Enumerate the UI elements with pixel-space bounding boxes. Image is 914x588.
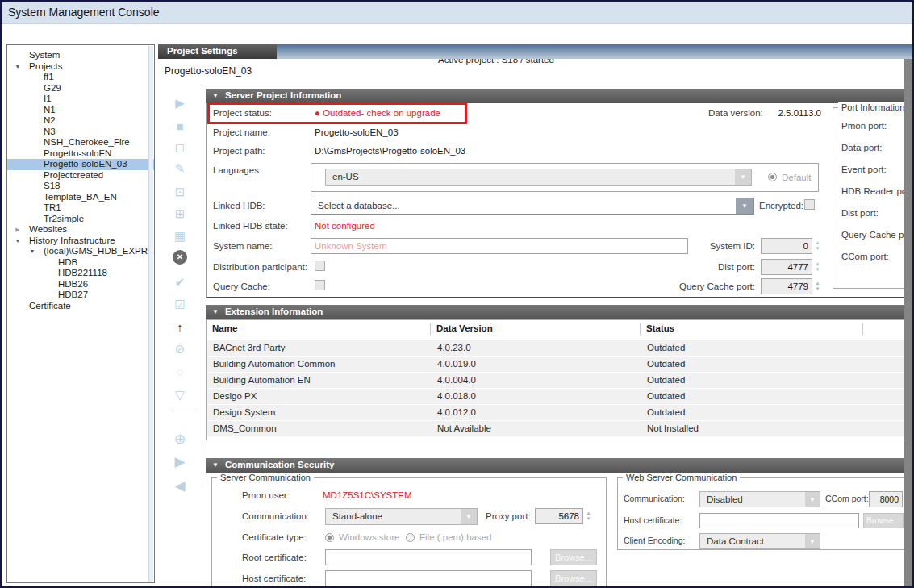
section-header-extension-information[interactable]: ▼Extension Information <box>206 305 904 319</box>
data-version-label: Data version: <box>708 108 763 118</box>
tree-item-template-ba-en[interactable]: Template_BA_EN <box>7 192 154 203</box>
chevron-down-icon[interactable]: ▼ <box>805 534 820 548</box>
system-name-input[interactable] <box>311 238 688 254</box>
system-id-spinner[interactable]: ▲▼ <box>813 238 822 254</box>
title-bar[interactable]: System Management Console <box>0 0 914 24</box>
tree-item-system[interactable]: System <box>7 50 154 61</box>
file-pem-radio[interactable] <box>406 533 415 542</box>
web-communication-dropdown[interactable]: Disabled ▼ <box>699 491 820 507</box>
expander-expanded-icon[interactable]: ▼ <box>27 246 38 257</box>
tree-item-i1[interactable]: I1 <box>7 94 154 105</box>
tree-item-n2[interactable]: N2 <box>7 115 154 127</box>
extension-row-desigo-px[interactable]: Desigo PX4.0.018.0Outdated <box>207 389 904 404</box>
tree-item--local-gms-hdb-express[interactable]: ▼(local)\GMS_HDB_EXPRESS <box>7 246 154 257</box>
new-project-icon[interactable]: ◻ <box>171 139 189 156</box>
chevron-down-icon[interactable]: ▼ <box>736 198 753 214</box>
expander-collapsed-icon[interactable]: ▶ <box>12 224 23 236</box>
extension-cell-status: Outdated <box>647 407 685 417</box>
collapse-triangle-icon[interactable]: ▼ <box>212 92 219 99</box>
stop-project-icon[interactable]: ■ <box>171 118 189 136</box>
linked-hdb-dropdown[interactable]: Select a database... ▼ <box>311 198 754 215</box>
tree-item-projects[interactable]: ▼Projects <box>7 61 154 73</box>
tree-item-hdb221118[interactable]: HDB221118 <box>7 268 154 279</box>
validate-network-icon[interactable]: ☑ <box>171 296 189 314</box>
expander-expanded-icon[interactable]: ▼ <box>12 236 23 247</box>
tab-project-settings[interactable]: Project Settings <box>158 44 277 59</box>
tree-item-progetto-soloen[interactable]: Progetto-soloEN <box>7 148 154 160</box>
forward-icon[interactable]: ▶ <box>171 453 189 471</box>
clear-filter-icon[interactable]: ▽ <box>171 386 189 404</box>
tree-item-tr2simple[interactable]: Tr2simple <box>7 214 154 225</box>
extension-row-building-automation-en[interactable]: Building Automation EN4.0.004.0Outdated <box>207 373 904 388</box>
column-header-name[interactable]: Name <box>212 323 237 333</box>
query-cache-checkbox[interactable] <box>315 280 325 290</box>
update-network-icon[interactable]: ⊞ <box>171 205 189 223</box>
add-icon[interactable]: ⊕ <box>171 431 189 448</box>
tree-item-tr1[interactable]: TR1 <box>7 202 154 214</box>
root-certificate-input[interactable] <box>325 549 532 565</box>
extension-cell-name: Building Automation EN <box>213 375 311 385</box>
tree-scrollbar[interactable] <box>148 46 153 582</box>
tree-item-ff1[interactable]: ff1 <box>7 72 154 83</box>
upgrade-project-icon[interactable]: ↑ <box>171 319 189 336</box>
client-encoding-dropdown[interactable]: Data Contract ▼ <box>699 533 820 549</box>
edit-project-icon[interactable]: ✎ <box>171 160 189 177</box>
extension-row-building-automation-common[interactable]: Building Automation Common4.0.019.0Outda… <box>207 357 904 372</box>
web-host-certificate-input[interactable] <box>699 513 859 528</box>
save-icon[interactable]: ▦ <box>171 227 189 245</box>
system-id-input[interactable]: 0 <box>761 238 812 254</box>
tree-item-progetto-soloen-03[interactable]: Progetto-soloEN_03 <box>7 159 154 170</box>
tree-item-certificate[interactable]: Certificate <box>7 301 154 312</box>
column-header-version[interactable]: Data Version <box>436 323 493 333</box>
web-host-certificate-browse-button[interactable]: Browse... <box>863 513 904 528</box>
chevron-down-icon[interactable]: ▼ <box>805 492 820 507</box>
server-communication-dropdown[interactable]: Stand-alone ▼ <box>325 508 478 525</box>
start-project-icon[interactable]: ▶ <box>171 94 189 112</box>
chevron-down-icon[interactable]: ▼ <box>461 509 477 524</box>
tree-item-history-infrastructure[interactable]: ▼History Infrastructure <box>7 236 154 247</box>
extension-cell-status: Outdated <box>647 375 685 385</box>
chevron-down-icon[interactable]: ▼ <box>735 169 751 185</box>
column-header-status[interactable]: Status <box>646 323 674 333</box>
validate-settings-icon[interactable]: ✔ <box>171 273 189 291</box>
tree-item-g29[interactable]: G29 <box>7 83 154 94</box>
cancel-icon[interactable]: ✕ <box>173 250 187 265</box>
collapse-triangle-icon[interactable]: ▼ <box>212 308 219 315</box>
distribution-participant-checkbox[interactable] <box>315 261 325 271</box>
edit-display-icon[interactable]: ⊡ <box>171 183 189 201</box>
tree-item-nsh-cherokee-fire[interactable]: NSH_Cherokee_Fire <box>7 137 154 148</box>
languages-dropdown[interactable]: en-US ▼ <box>325 169 752 186</box>
proxy-port-spinner[interactable]: ▲▼ <box>584 508 593 524</box>
tree-item-websites[interactable]: ▶Websites <box>7 224 154 236</box>
extension-row-bacnet-3rd-party[interactable]: BACnet 3rd Party4.0.23.0Outdated <box>207 340 904 356</box>
tree-item-n3[interactable]: N3 <box>7 127 154 138</box>
query-cache-port-spinner[interactable]: ▲▼ <box>813 278 822 294</box>
section-header-server-project-information[interactable]: ▼Server Project Information <box>206 89 904 103</box>
expander-expanded-icon[interactable]: ▼ <box>12 61 23 73</box>
query-cache-port-input[interactable]: 4779 <box>761 278 812 294</box>
host-certificate-input[interactable] <box>325 570 532 586</box>
history-off-icon[interactable]: ◌ <box>171 363 189 381</box>
dist-port-spinner[interactable]: ▲▼ <box>813 259 822 275</box>
tree-item-hdb27[interactable]: HDB27 <box>7 290 154 301</box>
tree-item-n1[interactable]: N1 <box>7 105 154 116</box>
windows-store-radio[interactable] <box>325 533 334 542</box>
tree-item-hdb[interactable]: HDB <box>7 257 154 269</box>
default-language-radio[interactable] <box>768 173 777 181</box>
dist-port-input[interactable]: 4777 <box>761 259 812 275</box>
collapse-triangle-icon[interactable]: ▼ <box>212 461 219 469</box>
encrypted-checkbox[interactable] <box>804 199 815 210</box>
tree-item-projectcreated[interactable]: Projectcreated <box>7 170 154 181</box>
root-certificate-browse-button[interactable]: Browse... <box>550 549 597 565</box>
section-header-communication-security[interactable]: ▼Communication Security <box>206 458 904 473</box>
tree-item-s18[interactable]: S18 <box>7 181 154 192</box>
alarm-off-icon[interactable]: ⊘ <box>171 340 189 358</box>
ccom-port-input[interactable]: 8000 <box>869 491 903 507</box>
back-icon[interactable]: ◀ <box>171 477 189 495</box>
port-label-hdb-reader-port-: HDB Reader port: <box>841 186 914 196</box>
extension-row-dms-common[interactable]: DMS_CommonNot AvailableNot Installed <box>207 421 904 436</box>
host-certificate-browse-button[interactable]: Browse... <box>550 570 597 586</box>
tree-item-hdb26[interactable]: HDB26 <box>7 279 154 290</box>
extension-row-desigo-system[interactable]: Desigo System4.0.012.0Outdated <box>207 405 904 420</box>
proxy-port-input[interactable]: 5678 <box>535 508 583 524</box>
